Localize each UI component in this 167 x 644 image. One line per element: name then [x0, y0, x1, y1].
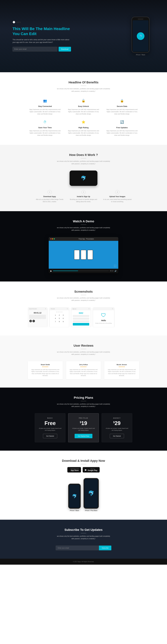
benefit-item-4: ⭐ High Rating Appy Impresses you with fu…	[66, 119, 101, 136]
reviewer-name-0: Stuart Smith	[30, 364, 60, 366]
signup-field-2	[73, 318, 89, 320]
signup-field-1	[73, 315, 89, 317]
demo-subtitle: we shows only the best websites, portfol…	[56, 226, 111, 231]
pricing-subtitle: we shows only the best websites, portfol…	[56, 403, 111, 408]
reviews-divider	[81, 349, 86, 349]
video-time: 02:12	[110, 270, 114, 272]
benefits-title: Headline Of Benefits	[6, 80, 162, 84]
signup-field-3	[73, 320, 89, 322]
review-card-1: Jerry Arthur ★★★★★ Appy Impresses you wi…	[66, 361, 101, 379]
subscribe-email-input[interactable]	[56, 546, 99, 550]
how-step-0: 1 Download Appy After all, as described …	[35, 190, 64, 203]
hero-download-button[interactable]: Download	[58, 47, 71, 52]
step-desc-1: Brushing up a bunch of specific designs …	[68, 198, 98, 203]
subscribe-button[interactable]: Subscribe	[99, 546, 111, 550]
benefit-icon-0: 👥	[42, 98, 48, 104]
benefit-item-2: 🔒 Secure Data Appy Impresses you with fu…	[105, 98, 139, 115]
how-divider	[81, 158, 86, 158]
pin-dot-2	[58, 312, 59, 312]
googleplay-badge[interactable]: ▶ Get it on Google Play	[83, 467, 100, 472]
download-section: Download & Install Appy Now Download on …	[0, 451, 167, 520]
price-btn-agency[interactable]: Get Started	[110, 434, 124, 438]
pin-key-9[interactable]: 9	[62, 320, 65, 323]
benefit-title-4: High Rating	[66, 126, 101, 129]
price-btn-basic[interactable]: Get Started	[43, 434, 57, 438]
pin-key-3[interactable]: 3	[62, 314, 65, 316]
benefit-title-3: Save Your Time	[28, 126, 62, 129]
video-title: Pulse App - Presentation	[56, 238, 116, 240]
screen-header-pin: Pincode ✕	[50, 308, 69, 310]
video-titlebar: Pulse App - Presentation	[49, 237, 118, 241]
price-card-agency: Agency $29 All plans are include: People…	[102, 413, 132, 442]
phone-logo: 🐬	[137, 32, 144, 40]
signup-screen-body: appy	[72, 310, 90, 327]
volume-icon[interactable]: 🔊	[114, 270, 116, 272]
logo[interactable]: appy	[12, 21, 71, 24]
showcase-phone-7plus: 🐬 iPhone 7 Plus Black	[84, 478, 99, 511]
download-divider	[81, 464, 86, 464]
how-section: How Does It Work ? we shows only the bes…	[0, 145, 167, 211]
audio-play-btn[interactable]: ▶	[29, 320, 32, 322]
shield-icon: 🛡	[95, 312, 112, 318]
pin-key-5[interactable]: 5	[58, 317, 61, 320]
demo-phone-3	[88, 250, 93, 260]
pin-screen-body: 1 2 3 4 5 6 7 8 9	[50, 310, 69, 327]
step-circle-2: 3	[115, 190, 120, 194]
hero-title: This Will Be The Main Headline You Can E…	[12, 26, 71, 36]
pricing-divider	[81, 401, 86, 401]
demo-section: Watch A Demo we shows only the best webs…	[0, 211, 167, 281]
demo-video[interactable]: Pulse App - Presentation ⛶ ▶ 02:12 🔊	[49, 237, 118, 273]
screen-header-audio: Audio Recorder ✕	[28, 308, 47, 310]
reviewer-stars-1: ★★★★★	[68, 366, 98, 368]
subscribe-divider	[81, 533, 86, 533]
screen-close-signup: ✕	[88, 308, 90, 310]
pin-key-8[interactable]: 8	[58, 320, 61, 323]
benefit-item-3: ⏱ Save Your Time Appy Impresses you with…	[28, 119, 62, 136]
how-title: How Does It Work ?	[6, 153, 162, 157]
logo-text: appy	[16, 21, 21, 24]
price-btn-pro[interactable]: Get Started Now	[74, 434, 92, 438]
demo-divider	[81, 224, 86, 225]
pin-key-1[interactable]: 1	[54, 314, 57, 316]
how-phone-mockup: 🐬	[70, 170, 98, 186]
phone-screen-7: 🐬	[69, 484, 80, 508]
pin-dot-3	[60, 312, 61, 312]
benefit-title-1: Easy Unlock	[66, 105, 101, 107]
appstore-text: Download on the App Store	[70, 468, 79, 472]
video-body[interactable]: ⛶	[49, 241, 118, 269]
appstore-main: App Store	[71, 470, 79, 472]
signup-submit-btn[interactable]	[73, 323, 89, 326]
price-card-basic: Basic Free All plans are include: People…	[35, 413, 66, 442]
step-circle-0: 1	[48, 190, 52, 194]
benefit-icon-5: 🔄	[119, 119, 125, 125]
pin-key-7[interactable]: 7	[54, 320, 57, 323]
benefit-item-5: 🔄 Free Updates Appy Impresses you with f…	[105, 119, 139, 136]
audio-time: 00:01.12	[29, 312, 46, 314]
pin-key-6[interactable]: 6	[62, 317, 65, 320]
screen-close-icon: ✕	[45, 308, 46, 310]
play-icon[interactable]: ▶	[50, 270, 52, 272]
screen-header-label-audio: Audio Recorder	[29, 308, 37, 310]
appstore-badge[interactable]: Download on the App Store	[67, 467, 81, 472]
appstore-sub: Download on the	[70, 468, 79, 470]
video-fullscreen-icon[interactable]: ⛶	[114, 265, 116, 267]
demo-phone-1	[74, 250, 80, 260]
audio-stop-btn[interactable]: ■	[32, 320, 35, 322]
pin-key-4[interactable]: 4	[54, 317, 57, 320]
hero-email-input[interactable]	[12, 47, 58, 52]
benefit-item-0: 👥 Stay Connected Appy Impresses you with…	[28, 98, 62, 115]
hello-text: Hello	[95, 319, 112, 322]
screen-header-label-pin: Pincode	[51, 308, 55, 310]
review-text-1: Appy Impresses you with fully responsive…	[68, 369, 98, 377]
reviews-subtitle: we shows only the best websites, portfol…	[56, 351, 111, 356]
reviewer-name-2: Nicole Jensen	[107, 364, 137, 366]
benefit-title-0: Stay Connected	[28, 105, 62, 107]
benefit-desc-5: Appy Impresses you with fully responsive…	[105, 130, 139, 136]
price-tier-pro: Pro Plus	[71, 417, 96, 419]
video-dots	[50, 238, 55, 240]
reviews-section: User Reviews we shows only the best webs…	[0, 336, 167, 388]
screen-card-pin: Pincode ✕ 1 2 3 4 5 6 7 8	[50, 307, 69, 327]
screen-close-pin: ✕	[67, 308, 68, 310]
demo-phone-2	[81, 250, 86, 260]
pin-key-2[interactable]: 2	[58, 314, 61, 316]
